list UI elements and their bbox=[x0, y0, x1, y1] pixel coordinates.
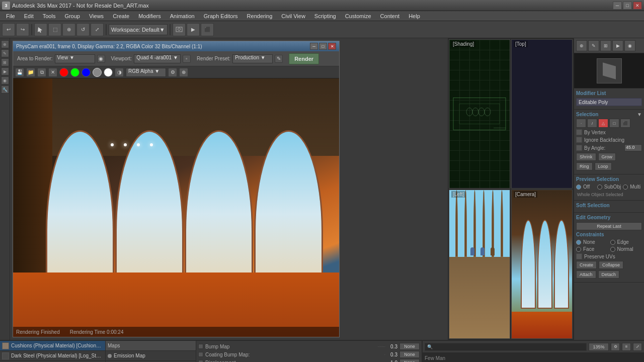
red-channel-swatch[interactable] bbox=[59, 68, 68, 77]
color-bar-copy-btn[interactable]: ⧉ bbox=[37, 68, 46, 77]
menu-modifiers[interactable]: Modifiers bbox=[134, 12, 165, 20]
rotate-btn[interactable]: ↺ bbox=[76, 23, 90, 36]
preset-select[interactable]: Production ▼ bbox=[232, 54, 273, 63]
ignore-backfacing-checkbox[interactable] bbox=[576, 137, 582, 143]
menu-rendering[interactable]: Rendering bbox=[243, 12, 277, 20]
preset-icon-btn[interactable]: ✎ bbox=[275, 55, 283, 63]
edge-btn[interactable]: / bbox=[587, 119, 597, 128]
rp-hierarchy-btn[interactable]: ⊞ bbox=[600, 40, 611, 51]
menu-help[interactable]: Help bbox=[405, 12, 424, 20]
poly-btn[interactable]: □ bbox=[609, 119, 619, 128]
menu-content[interactable]: Content bbox=[376, 12, 404, 20]
rp-display-btn[interactable]: ◉ bbox=[624, 40, 635, 51]
menu-group[interactable]: Group bbox=[60, 12, 84, 20]
selection-expand[interactable]: ▼ bbox=[637, 112, 642, 117]
menu-views[interactable]: Views bbox=[85, 12, 108, 20]
off-radio[interactable] bbox=[576, 185, 581, 190]
rp-create-btn[interactable]: ⊕ bbox=[576, 40, 587, 51]
workspace-dropdown[interactable]: Workspace: Default ▼ bbox=[109, 24, 168, 35]
render-execute-btn[interactable]: Render bbox=[289, 53, 319, 64]
mat-list-item-darksteel[interactable]: Dark Steel (Physical Material) [Log_Stan… bbox=[0, 351, 105, 361]
render-frame-btn[interactable]: ⬛ bbox=[201, 23, 214, 36]
channel-select[interactable]: RGB Alpha ▼ bbox=[126, 68, 166, 77]
loop-btn[interactable]: Loop bbox=[595, 162, 612, 170]
green-channel-swatch[interactable] bbox=[70, 68, 79, 77]
menu-create[interactable]: Create bbox=[109, 12, 133, 20]
menu-file[interactable]: File bbox=[2, 12, 19, 20]
title-maximize-btn[interactable]: □ bbox=[623, 2, 632, 10]
preserve-uvs-checkbox[interactable] bbox=[576, 253, 582, 259]
vertex-btn[interactable]: · bbox=[576, 119, 586, 128]
normal-radio[interactable] bbox=[610, 247, 615, 252]
scale-btn[interactable]: ⤢ bbox=[91, 23, 104, 36]
viewport-select[interactable]: Quad 4 -ara001 ▼ bbox=[134, 54, 181, 63]
left-create-btn[interactable]: ⊕ bbox=[1, 40, 9, 48]
render-maximize-btn[interactable]: □ bbox=[319, 43, 327, 50]
editable-poly-item[interactable]: Editable Poly bbox=[576, 98, 642, 106]
by-angle-field[interactable]: 45.0 bbox=[624, 144, 642, 151]
render-btn[interactable]: ▶ bbox=[187, 23, 200, 36]
detach-btn[interactable]: Detach bbox=[598, 270, 620, 279]
expand-btn[interactable]: ⤢ bbox=[633, 343, 642, 351]
multi-radio[interactable] bbox=[623, 185, 628, 190]
select-btn[interactable] bbox=[34, 23, 47, 36]
mat-list-item-cushions[interactable]: Cushions (Physical Material) [Cushion_B1… bbox=[0, 341, 105, 351]
edge-radio[interactable] bbox=[610, 240, 615, 245]
area-select[interactable]: View ▼ bbox=[55, 54, 95, 63]
render-minimize-btn[interactable]: ─ bbox=[310, 43, 318, 50]
move-btn[interactable]: ⊕ bbox=[62, 23, 75, 36]
mp-displacement-check[interactable] bbox=[198, 360, 203, 362]
render-setup-btn[interactable] bbox=[173, 23, 186, 36]
color-bar-folder-btn[interactable]: 📁 bbox=[26, 68, 35, 77]
menu-tools[interactable]: Tools bbox=[39, 12, 60, 20]
viewport-plan[interactable]: [Shading] bbox=[449, 39, 510, 189]
rp-modify-btn[interactable]: ✎ bbox=[588, 40, 599, 51]
filter-btn[interactable]: ≡ bbox=[622, 343, 631, 351]
create-btn[interactable]: Create bbox=[576, 261, 597, 269]
search-input-area[interactable]: 🔍 bbox=[425, 343, 587, 351]
by-angle-checkbox[interactable] bbox=[576, 145, 582, 151]
viewport-top[interactable]: [Top] bbox=[511, 39, 573, 189]
face-radio[interactable] bbox=[576, 247, 581, 252]
menu-civil-view[interactable]: Civil View bbox=[277, 12, 309, 20]
rp-motion-btn[interactable]: ▶ bbox=[612, 40, 623, 51]
blue-channel-swatch[interactable] bbox=[82, 68, 91, 77]
zoom-percent-btn[interactable]: 135% bbox=[589, 343, 609, 351]
menu-edit[interactable]: Edit bbox=[20, 12, 38, 20]
attach-btn[interactable]: Attach bbox=[576, 270, 596, 279]
viewport-camera[interactable]: [Camera] bbox=[511, 190, 573, 339]
color-zoom-btn[interactable]: ⊕ bbox=[179, 68, 188, 77]
mp-bump-none-btn[interactable]: None bbox=[399, 343, 420, 350]
mp-bump-check[interactable] bbox=[198, 344, 203, 349]
menu-animation[interactable]: Animation bbox=[166, 12, 199, 20]
left-display-btn[interactable]: ◉ bbox=[1, 76, 9, 84]
redo-btn[interactable]: ↪ bbox=[16, 23, 29, 36]
area-icon-btn[interactable]: ◉ bbox=[97, 55, 105, 63]
face-btn[interactable]: △ bbox=[598, 119, 608, 128]
menu-graph-editors[interactable]: Graph Editors bbox=[200, 12, 242, 20]
none-radio[interactable] bbox=[576, 240, 581, 245]
color-toggle-btn[interactable]: ◑ bbox=[115, 68, 124, 77]
left-utility-btn[interactable]: 🔧 bbox=[1, 85, 9, 94]
left-hierarchy-btn[interactable]: ⊞ bbox=[1, 58, 9, 66]
ring-btn[interactable]: Ring bbox=[576, 162, 593, 170]
undo-btn[interactable]: ↩ bbox=[2, 23, 15, 36]
menu-customize[interactable]: Customize bbox=[341, 12, 375, 20]
mp-coating-bump-check[interactable] bbox=[198, 352, 203, 357]
element-btn[interactable]: ⬛ bbox=[620, 119, 630, 128]
shrink-btn[interactable]: Shrink bbox=[576, 153, 596, 161]
color-bar-disk-btn[interactable]: 💾 bbox=[15, 68, 24, 77]
color-options-btn[interactable]: ⚙ bbox=[168, 68, 177, 77]
left-motion-btn[interactable]: ▶ bbox=[1, 67, 9, 75]
select-region-btn[interactable]: ⬚ bbox=[48, 23, 61, 36]
subobj-radio[interactable] bbox=[597, 185, 602, 190]
title-close-btn[interactable]: ✕ bbox=[633, 2, 642, 10]
viewport-left[interactable]: [Left] bbox=[449, 190, 510, 339]
view-options-btn[interactable]: ⚙ bbox=[611, 343, 620, 351]
white-swatch[interactable] bbox=[104, 68, 113, 77]
title-minimize-btn[interactable]: ─ bbox=[613, 2, 622, 10]
vp-icon-btn[interactable]: ◦ bbox=[183, 55, 191, 63]
left-modify-btn[interactable]: ✎ bbox=[1, 49, 9, 57]
repeat-last-btn[interactable]: Repeat Last bbox=[576, 222, 642, 230]
color-bar-clear-btn[interactable]: ✕ bbox=[48, 68, 57, 77]
